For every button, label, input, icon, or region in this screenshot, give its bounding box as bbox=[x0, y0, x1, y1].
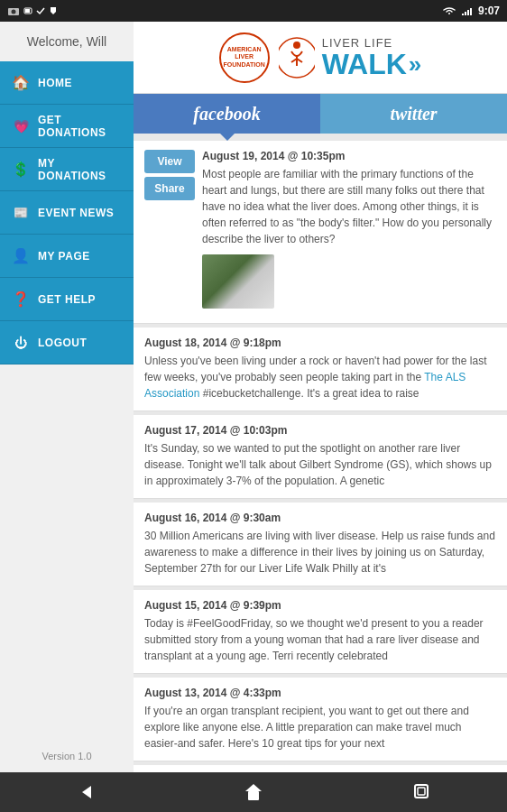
post-item: August 16, 2014 @ 9:30am 30 Million Amer… bbox=[134, 503, 507, 586]
sidebar-item-get-donations-label: GET DONATIONS bbox=[38, 114, 123, 139]
status-bar-left bbox=[7, 6, 58, 15]
liver-foundation-logo bbox=[279, 35, 315, 80]
svg-rect-9 bbox=[470, 8, 472, 15]
post-header: View Share August 19, 2014 @ 10:35pm Mos… bbox=[144, 150, 496, 309]
post-image bbox=[202, 254, 274, 309]
post-feed[interactable]: View Share August 19, 2014 @ 10:35pm Mos… bbox=[134, 134, 507, 772]
post-text: If you're an organ transplant recipient,… bbox=[144, 703, 496, 752]
tab-twitter[interactable]: twitter bbox=[320, 94, 507, 134]
clock: 9:07 bbox=[478, 5, 500, 17]
check-icon bbox=[36, 6, 45, 15]
tab-bar: facebook twitter bbox=[134, 94, 507, 134]
svg-rect-6 bbox=[462, 14, 464, 15]
sidebar-item-get-help[interactable]: ❓ GET HELP bbox=[0, 278, 134, 321]
sidebar: Welcome, Will 🏠 HOME 💗 GET DONATIONS 💲 M… bbox=[0, 22, 134, 772]
svg-rect-7 bbox=[465, 12, 466, 15]
svg-point-1 bbox=[12, 10, 16, 14]
post-item: August 18, 2014 @ 9:18pm Unless you've b… bbox=[134, 328, 507, 411]
back-icon bbox=[75, 782, 95, 802]
svg-point-11 bbox=[293, 42, 300, 49]
home-icon: 🏠 bbox=[11, 73, 31, 93]
share-button[interactable]: Share bbox=[144, 177, 195, 200]
post-date: August 18, 2014 @ 9:18pm bbox=[144, 337, 496, 349]
home-button[interactable] bbox=[231, 779, 276, 806]
post-date: August 16, 2014 @ 9:30am bbox=[144, 512, 496, 524]
logo-circle: AMERICANLIVERFOUNDATION bbox=[219, 32, 270, 83]
donations-icon: 💗 bbox=[11, 116, 31, 136]
post-text: 30 Million Americans are living with liv… bbox=[144, 528, 496, 577]
status-bar-right: 9:07 bbox=[442, 5, 500, 17]
sidebar-item-my-page[interactable]: 👤 MY PAGE bbox=[0, 235, 134, 278]
svg-rect-19 bbox=[418, 788, 425, 795]
post-text-after: #icebucketchallenge. It's a great idea t… bbox=[203, 387, 419, 400]
event-news-icon: 📰 bbox=[11, 203, 31, 223]
signal-icon bbox=[462, 6, 473, 15]
svg-rect-3 bbox=[25, 9, 30, 13]
sidebar-item-get-help-label: GET HELP bbox=[38, 293, 96, 306]
back-button[interactable] bbox=[62, 779, 107, 806]
post-item: August 12, 2014 @ 10:00pm Many of us are… bbox=[134, 765, 507, 772]
post-image-content bbox=[202, 254, 274, 309]
sidebar-item-my-donations-label: MY DONATIONS bbox=[38, 157, 123, 182]
bottom-nav bbox=[0, 772, 507, 812]
post-actions: View Share bbox=[144, 150, 195, 200]
battery-small-icon bbox=[23, 6, 32, 15]
post-date: August 17, 2014 @ 10:03pm bbox=[144, 424, 496, 437]
screenshot-icon bbox=[7, 6, 20, 15]
logout-icon: ⏻ bbox=[11, 333, 31, 353]
walk-arrows: » bbox=[409, 52, 421, 76]
post-text: Most people are familiar with the primar… bbox=[202, 166, 496, 247]
post-item: View Share August 19, 2014 @ 10:35pm Mos… bbox=[134, 141, 507, 324]
recents-icon bbox=[412, 782, 432, 802]
post-text: Unless you've been living under a rock o… bbox=[144, 353, 496, 401]
walk-text: WALK bbox=[322, 50, 407, 78]
svg-rect-4 bbox=[51, 7, 56, 12]
app-header: AMERICANLIVERFOUNDATION LIVER LIFE WALK … bbox=[134, 22, 507, 94]
twitter-tab-label: twitter bbox=[390, 104, 437, 125]
svg-rect-8 bbox=[467, 10, 469, 15]
post-text: It's Sunday, so we wanted to put the spo… bbox=[144, 440, 496, 489]
status-bar: 9:07 bbox=[0, 0, 507, 22]
main-content: AMERICANLIVERFOUNDATION LIVER LIFE WALK … bbox=[134, 22, 507, 772]
version-text: Version 1.0 bbox=[0, 740, 134, 772]
post-date: August 19, 2014 @ 10:35pm bbox=[202, 150, 496, 162]
post-body: August 19, 2014 @ 10:35pm Most people ar… bbox=[202, 150, 496, 309]
tab-facebook[interactable]: facebook bbox=[134, 94, 320, 134]
logo-text: LIVER LIFE WALK » bbox=[322, 36, 422, 78]
my-page-icon: 👤 bbox=[11, 246, 31, 266]
sidebar-item-event-news[interactable]: 📰 EVENT NEWS bbox=[0, 191, 134, 235]
svg-marker-15 bbox=[82, 786, 91, 798]
sidebar-item-my-donations[interactable]: 💲 MY DONATIONS bbox=[0, 148, 134, 191]
sidebar-item-event-news-label: EVENT NEWS bbox=[38, 207, 114, 219]
recents-button[interactable] bbox=[400, 779, 445, 806]
walk-logo: WALK » bbox=[322, 50, 422, 78]
sidebar-item-logout-label: LOGOUT bbox=[38, 337, 87, 349]
download-icon bbox=[49, 6, 58, 15]
post-date: August 15, 2014 @ 9:39pm bbox=[144, 599, 496, 612]
post-item: August 13, 2014 @ 4:33pm If you're an or… bbox=[134, 678, 507, 761]
get-help-icon: ❓ bbox=[11, 290, 31, 309]
post-text: Today is #FeelGoodFriday, so we thought … bbox=[144, 615, 496, 664]
post-item: August 17, 2014 @ 10:03pm It's Sunday, s… bbox=[134, 415, 507, 499]
post-date: August 13, 2014 @ 4:33pm bbox=[144, 687, 496, 699]
sidebar-item-home-label: HOME bbox=[38, 77, 72, 89]
svg-marker-5 bbox=[51, 12, 56, 14]
welcome-text: Welcome, Will bbox=[0, 22, 134, 61]
wifi-icon bbox=[442, 6, 456, 15]
my-donations-icon: 💲 bbox=[11, 160, 31, 180]
svg-marker-16 bbox=[245, 784, 262, 791]
svg-rect-18 bbox=[415, 785, 428, 798]
sidebar-item-get-donations[interactable]: 💗 GET DONATIONS bbox=[0, 105, 134, 148]
view-button[interactable]: View bbox=[144, 150, 195, 173]
sidebar-item-my-page-label: MY PAGE bbox=[38, 250, 90, 263]
home-nav-icon bbox=[244, 782, 263, 802]
sidebar-item-logout[interactable]: ⏻ LOGOUT bbox=[0, 321, 134, 364]
sidebar-item-home[interactable]: 🏠 HOME bbox=[0, 61, 134, 105]
svg-rect-17 bbox=[248, 791, 259, 800]
facebook-tab-label: facebook bbox=[193, 104, 260, 125]
post-item: August 15, 2014 @ 9:39pm Today is #FeelG… bbox=[134, 590, 507, 674]
